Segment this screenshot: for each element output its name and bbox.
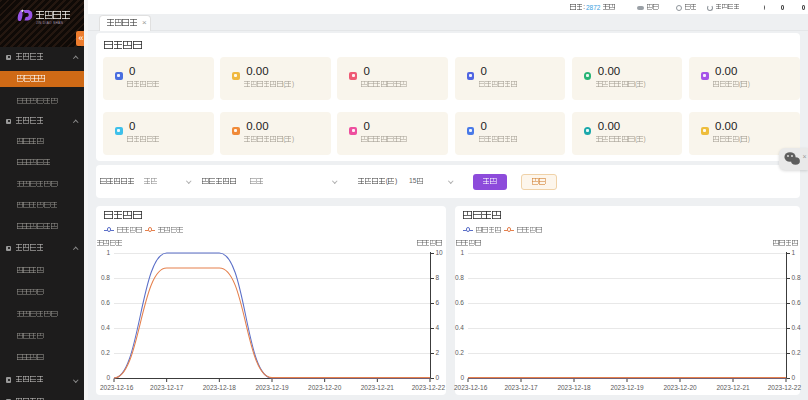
svg-text:0.8: 0.8 xyxy=(792,274,801,281)
svg-text:8: 8 xyxy=(436,274,440,281)
svg-text:2023-12-16: 2023-12-16 xyxy=(454,384,488,391)
svg-text:1: 1 xyxy=(106,249,110,256)
svg-text:0.6: 0.6 xyxy=(101,299,110,306)
svg-text:6: 6 xyxy=(436,299,440,306)
svg-text:0.2: 0.2 xyxy=(792,349,801,356)
svg-text:2023-12-20: 2023-12-20 xyxy=(308,384,342,391)
svg-text:0.4: 0.4 xyxy=(455,324,464,331)
svg-text:0.8: 0.8 xyxy=(101,274,110,281)
svg-text:2023-12-18: 2023-12-18 xyxy=(557,384,591,391)
svg-text:0: 0 xyxy=(792,374,796,381)
svg-text:4: 4 xyxy=(436,324,440,331)
svg-text:10: 10 xyxy=(436,249,444,256)
svg-text:0: 0 xyxy=(106,374,110,381)
svg-text:2023-12-16: 2023-12-16 xyxy=(100,384,134,391)
svg-text:0.8: 0.8 xyxy=(455,274,464,281)
svg-text:2023-12-19: 2023-12-19 xyxy=(255,384,289,391)
svg-text:2023-12-17: 2023-12-17 xyxy=(504,384,538,391)
svg-text:2023-12-17: 2023-12-17 xyxy=(150,384,184,391)
svg-text:2023-12-22: 2023-12-22 xyxy=(412,384,446,391)
svg-text:1: 1 xyxy=(792,249,796,256)
svg-text:1: 1 xyxy=(460,249,464,256)
svg-text:0: 0 xyxy=(460,374,464,381)
svg-text:2023-12-18: 2023-12-18 xyxy=(203,384,237,391)
svg-text:2023-12-20: 2023-12-20 xyxy=(663,384,697,391)
svg-text:0: 0 xyxy=(436,374,440,381)
svg-text:2: 2 xyxy=(436,349,440,356)
svg-text:0.2: 0.2 xyxy=(101,349,110,356)
svg-text:2023-12-21: 2023-12-21 xyxy=(716,384,750,391)
svg-text:0.4: 0.4 xyxy=(792,324,801,331)
svg-text:0.2: 0.2 xyxy=(455,349,464,356)
svg-text:2023-12-21: 2023-12-21 xyxy=(361,384,395,391)
svg-text:0.6: 0.6 xyxy=(792,299,801,306)
svg-text:2023-12-22: 2023-12-22 xyxy=(768,384,802,391)
svg-text:0.6: 0.6 xyxy=(455,299,464,306)
svg-text:0.4: 0.4 xyxy=(101,324,110,331)
svg-text:2023-12-19: 2023-12-19 xyxy=(610,384,644,391)
